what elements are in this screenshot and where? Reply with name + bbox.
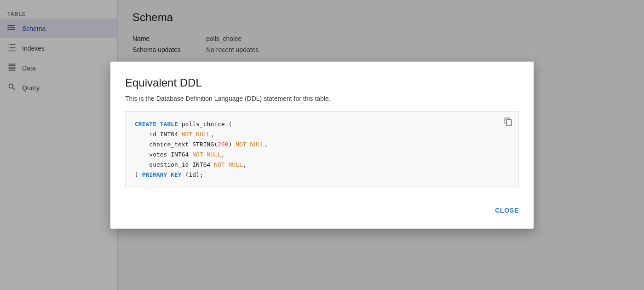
close-button[interactable]: CLOSE <box>495 203 519 217</box>
ddl-code-pre: CREATE TABLE polls_choice ( id INT64 NOT… <box>135 119 509 180</box>
modal-footer: CLOSE <box>125 199 519 217</box>
copy-icon[interactable] <box>504 117 513 132</box>
modal-equivalent-ddl: Equivalent DDL This is the Database Defi… <box>110 62 534 229</box>
ddl-code-block: CREATE TABLE polls_choice ( id INT64 NOT… <box>125 111 519 188</box>
modal-title: Equivalent DDL <box>125 76 519 89</box>
modal-desc: This is the Database Definition Language… <box>125 95 519 102</box>
